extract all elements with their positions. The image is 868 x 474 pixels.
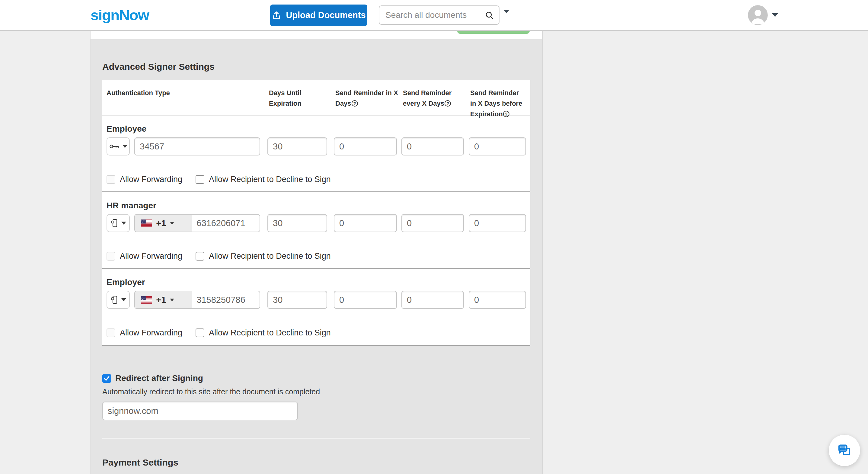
redirect-helper-text: Automatically redirect to this site afte… [102, 387, 530, 396]
header-bar: signNow Upload Documents [0, 0, 868, 31]
allow-decline-checkbox[interactable] [195, 175, 204, 184]
signer-row-employee: Employee [102, 116, 530, 191]
us-flag-icon [141, 296, 152, 304]
signer-row-employer: Employer [102, 268, 530, 345]
signer-controls: +1 [106, 291, 526, 309]
send-reminder-every-x-days-input[interactable] [401, 137, 464, 155]
signnow-logo[interactable]: signNow [91, 7, 149, 24]
redirect-after-signing-row: Redirect after Signing [102, 374, 530, 383]
send-reminder-before-expiration-input[interactable] [469, 214, 526, 232]
allow-decline-checkbox[interactable] [195, 328, 204, 337]
auth-value-input[interactable] [134, 137, 260, 155]
search-button[interactable] [484, 10, 499, 20]
send-reminder-before-expiration-input[interactable] [469, 137, 526, 155]
chevron-down-icon [170, 222, 174, 225]
chevron-down-icon [170, 299, 174, 301]
content-column: Advanced Signer Settings Authentication … [90, 31, 542, 474]
allow-forwarding-checkbox[interactable] [106, 252, 115, 261]
signer-options: Allow Forwarding Allow Recipient to Decl… [106, 175, 526, 184]
payment-settings-title: Payment Settings [102, 457, 530, 468]
phone-number-input[interactable] [192, 291, 259, 308]
allow-forwarding-label: Allow Forwarding [120, 251, 182, 261]
signer-options: Allow Forwarding Allow Recipient to Decl… [106, 251, 526, 261]
col-send-reminder-in-x-days: Send Reminder in X Days? [335, 88, 403, 115]
advanced-signer-settings-title: Advanced Signer Settings [102, 62, 530, 72]
us-flag-icon [141, 219, 152, 227]
dial-code: +1 [156, 295, 166, 305]
allow-decline-checkbox[interactable] [195, 252, 204, 261]
mobile-phone-icon [111, 218, 118, 228]
chevron-down-icon [123, 145, 127, 148]
checkmark-icon [103, 375, 110, 382]
days-until-expiration-input[interactable] [268, 137, 327, 155]
col-authentication-type: Authentication Type [106, 88, 269, 115]
help-icon[interactable]: ? [351, 100, 358, 107]
redirect-url-input[interactable] [102, 402, 298, 420]
signer-options: Allow Forwarding Allow Recipient to Decl… [106, 328, 526, 337]
page: signNow Upload Documents [0, 0, 868, 474]
auth-type-dropdown[interactable] [106, 214, 130, 232]
send-reminder-in-x-days-input[interactable] [334, 137, 397, 155]
phone-input-group: +1 [134, 291, 260, 309]
days-until-expiration-input[interactable] [268, 214, 327, 232]
auth-type-dropdown[interactable] [106, 291, 130, 309]
col-send-reminder-every-x-days: Send Reminder every X Days? [403, 88, 470, 115]
upload-icon [272, 10, 281, 20]
allow-forwarding-checkbox[interactable] [106, 328, 115, 337]
allow-decline-label: Allow Recipient to Decline to Sign [209, 328, 331, 337]
send-reminder-before-expiration-input[interactable] [469, 291, 526, 309]
signer-name: Employer [106, 277, 526, 287]
signer-name: Employee [106, 124, 526, 134]
chevron-down-icon [772, 13, 778, 17]
send-reminder-in-x-days-input[interactable] [334, 291, 397, 309]
chat-bubbles-icon [837, 443, 852, 458]
redirect-after-signing-checkbox[interactable] [102, 374, 111, 383]
search-icon [485, 10, 494, 20]
chevron-down-icon [121, 298, 126, 301]
upload-button-label: Upload Documents [286, 10, 366, 20]
allow-forwarding-label: Allow Forwarding [120, 175, 182, 184]
col-days-until-expiration: Days Until Expiration [269, 88, 335, 115]
help-icon[interactable]: ? [503, 111, 509, 117]
help-icon[interactable]: ? [444, 100, 451, 107]
partially-visible-green-button[interactable] [457, 31, 530, 34]
search-scope-dropdown[interactable] [503, 13, 509, 18]
dial-code: +1 [156, 218, 166, 228]
signer-controls [106, 137, 526, 155]
send-reminder-every-x-days-input[interactable] [401, 214, 464, 232]
section-divider [102, 438, 530, 439]
phone-input-group: +1 [134, 214, 260, 232]
signer-name: HR manager [106, 201, 526, 210]
chevron-down-icon [503, 10, 509, 18]
auth-type-dropdown[interactable] [106, 137, 130, 155]
key-icon [109, 143, 120, 150]
days-until-expiration-input[interactable] [268, 291, 327, 309]
phone-number-input[interactable] [192, 215, 259, 232]
content-top-strip [91, 31, 542, 39]
send-reminder-in-x-days-input[interactable] [334, 214, 397, 232]
col-label: Send Reminder in X Days [335, 89, 398, 107]
upload-documents-button[interactable]: Upload Documents [270, 4, 367, 26]
table-header-row: Authentication Type Days Until Expiratio… [102, 80, 530, 116]
allow-forwarding-checkbox[interactable] [106, 175, 115, 184]
send-reminder-every-x-days-input[interactable] [401, 291, 464, 309]
col-send-reminder-before-expiration: Send Reminder in X Days before Expiratio… [470, 88, 526, 115]
allow-decline-label: Allow Recipient to Decline to Sign [209, 251, 331, 261]
col-label: Send Reminder every X Days [403, 89, 452, 107]
signer-row-hr-manager: HR manager [102, 191, 530, 268]
mobile-phone-icon [111, 295, 118, 304]
country-code-dropdown[interactable]: +1 [135, 215, 192, 232]
search-box [379, 5, 499, 25]
allow-forwarding-label: Allow Forwarding [120, 328, 182, 337]
signer-settings-table: Authentication Type Days Until Expiratio… [102, 80, 530, 346]
account-menu-button[interactable] [748, 5, 778, 25]
redirect-after-signing-label: Redirect after Signing [115, 374, 203, 383]
signer-controls: +1 [106, 214, 526, 232]
allow-decline-label: Allow Recipient to Decline to Sign [209, 175, 331, 184]
chevron-down-icon [121, 221, 126, 225]
col-label: Send Reminder in X Days before Expiratio… [470, 89, 522, 118]
search-input[interactable] [379, 10, 484, 20]
live-chat-button[interactable] [829, 435, 860, 466]
country-code-dropdown[interactable]: +1 [135, 291, 192, 308]
avatar [748, 5, 768, 25]
